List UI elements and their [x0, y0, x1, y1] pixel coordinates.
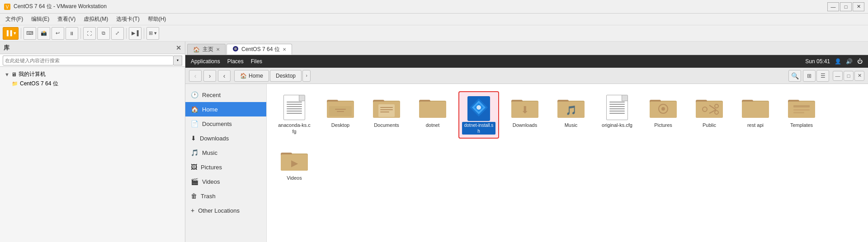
fm-window-buttons: — □ ✕: [833, 71, 864, 81]
nav-back-button[interactable]: ‹: [189, 70, 202, 82]
send-ctrl-alt-del-button[interactable]: ⌨: [24, 27, 36, 40]
original-ks-label: original-ks.cfg: [602, 122, 632, 128]
fm-view-buttons: ⊞ ☰: [803, 70, 829, 82]
gnome-places[interactable]: Places: [227, 58, 244, 65]
svg-rect-16: [380, 112, 389, 112]
suspend-button[interactable]: ⏸: [66, 27, 78, 40]
tree-item-my-computer[interactable]: ▼ 🖥 我的计算机: [3, 70, 182, 79]
sidebar-title: 库: [4, 44, 9, 52]
file-item-desktop[interactable]: Desktop: [320, 91, 361, 139]
gnome-files[interactable]: Files: [251, 58, 262, 65]
file-item-dotnet-install[interactable]: dotnet-install.sh: [458, 91, 499, 139]
anaconda-ks-label: anaconda-ks.cfg: [278, 122, 311, 135]
sidebar-label-trash: Trash: [201, 193, 216, 200]
file-item-music[interactable]: 🎵 Music: [551, 91, 591, 139]
sidebar-item-downloads[interactable]: ⬇ Downloads: [185, 131, 266, 145]
file-item-rest-api[interactable]: rest api: [735, 91, 776, 139]
dotnet-install-label: dotnet-install.sh: [462, 122, 495, 135]
videos-folder-icon: ▶: [280, 148, 309, 173]
unity-button[interactable]: ⧉: [97, 27, 110, 40]
console-button[interactable]: ▶▐: [129, 27, 142, 40]
desktop-path-button[interactable]: Desktop: [270, 70, 302, 82]
tab-centos-close[interactable]: ✕: [283, 47, 286, 52]
file-item-videos[interactable]: ▶ Videos: [274, 144, 315, 185]
home-path-icon: 🏠: [240, 73, 247, 79]
file-item-dotnet[interactable]: dotnet: [412, 91, 453, 139]
svg-rect-52: [793, 105, 810, 107]
home-path-button[interactable]: 🏠 Home: [234, 70, 269, 82]
file-item-public[interactable]: Public: [689, 91, 730, 139]
fm-list-view-button[interactable]: ☰: [816, 70, 829, 82]
dotnet-install-icon: [464, 95, 493, 120]
svg-rect-54: [793, 112, 804, 113]
rest-api-label: rest api: [747, 122, 764, 128]
toolbar: ▐▐ ▾ ⌨ 📸 ↩ ⏸ ⛶ ⧉ ⤢ ▶▐ ⊞ ▾: [0, 25, 868, 42]
file-item-templates[interactable]: Templates: [781, 91, 822, 139]
gnome-clock: Sun 05:41: [805, 58, 830, 65]
sidebar-item-trash[interactable]: 🗑 Trash: [185, 189, 266, 203]
revert-button[interactable]: ↩: [52, 27, 64, 40]
downloads-label: Downloads: [513, 122, 537, 128]
downloads-icon: ⬇: [191, 135, 196, 142]
sidebar-item-recent[interactable]: 🕐 Recent: [185, 88, 266, 102]
sidebar-item-pictures[interactable]: 🖼 Pictures: [185, 160, 266, 174]
svg-rect-48: [742, 102, 769, 118]
vmware-sidebar: 库 ✕ ▾ ▼ 🖥 我的计算机 📁 CentOS 7 64 位: [0, 42, 185, 242]
sidebar-item-videos[interactable]: 🎬 Videos: [185, 174, 266, 189]
menu-help[interactable]: 帮助(H): [144, 14, 170, 24]
view-button[interactable]: ⊞ ▾: [146, 27, 159, 40]
title-controls: — □ ✕: [827, 2, 864, 11]
tab-centos[interactable]: CentOS 7 64 位 ✕: [226, 44, 292, 55]
menu-view[interactable]: 查看(V): [54, 14, 79, 24]
tab-centos-icon: [232, 46, 239, 53]
videos-icon: 🎬: [191, 178, 198, 185]
sidebar-item-home[interactable]: 🏠 Home: [185, 102, 266, 116]
file-item-documents[interactable]: Documents: [366, 91, 407, 139]
gnome-applications[interactable]: Applications: [191, 58, 220, 65]
fm-grid-view-button[interactable]: ⊞: [803, 70, 816, 82]
pictures-label: Pictures: [654, 122, 672, 128]
tree-item-centos[interactable]: 📁 CentOS 7 64 位: [10, 79, 182, 88]
nav-forward-button[interactable]: ›: [203, 70, 216, 82]
tree-label-centos: CentOS 7 64 位: [20, 80, 58, 88]
home-icon: 🏠: [191, 106, 198, 113]
fm-close-button[interactable]: ✕: [854, 71, 864, 81]
file-item-downloads[interactable]: ⬇ Downloads: [505, 91, 545, 139]
maximize-button[interactable]: □: [840, 2, 852, 11]
file-item-pictures[interactable]: Pictures: [643, 91, 684, 139]
menu-tab[interactable]: 选项卡(T): [113, 14, 143, 24]
close-button[interactable]: ✕: [853, 2, 864, 11]
search-dropdown-button[interactable]: ▾: [174, 56, 182, 65]
tab-home-close[interactable]: ✕: [216, 47, 220, 52]
minimize-button[interactable]: —: [827, 2, 839, 11]
file-item-anaconda-ks[interactable]: anaconda-ks.cfg: [274, 91, 315, 139]
trash-icon: 🗑: [191, 192, 197, 200]
fm-search-button[interactable]: 🔍: [788, 70, 801, 82]
toolbar-sep-2: [80, 28, 81, 39]
pause-button[interactable]: ▐▐ ▾: [3, 27, 19, 40]
nav-up-button[interactable]: ‹: [218, 70, 231, 82]
music-label: Music: [565, 122, 578, 128]
file-item-original-ks[interactable]: original-ks.cfg: [597, 91, 637, 139]
sidebar-close-button[interactable]: ✕: [176, 44, 181, 51]
tab-home-label: 主页: [203, 46, 213, 53]
fullscreen-button[interactable]: ⛶: [83, 27, 96, 40]
svg-rect-53: [793, 109, 810, 111]
vmware-search-input[interactable]: [3, 56, 174, 65]
svg-rect-14: [380, 107, 393, 108]
path-expand-button[interactable]: ›: [302, 70, 311, 82]
switch-button[interactable]: ⤢: [111, 27, 124, 40]
menu-file[interactable]: 文件(F): [2, 14, 27, 24]
menu-edit[interactable]: 编辑(E): [28, 14, 53, 24]
gnome-user-icon: 👤: [835, 58, 841, 65]
sidebar-item-music[interactable]: 🎵 Music: [185, 145, 266, 160]
fm-maximize-button[interactable]: □: [844, 71, 854, 81]
dotnet-label: dotnet: [426, 122, 440, 128]
sidebar-item-other-locations[interactable]: + Other Locations: [185, 203, 266, 218]
sidebar-item-documents[interactable]: 📄 Documents: [185, 116, 266, 131]
snapshot-button[interactable]: 📸: [38, 27, 50, 40]
fm-minimize-button[interactable]: —: [833, 71, 843, 81]
tab-home[interactable]: 🏠 主页 ✕: [187, 44, 226, 55]
menu-vm[interactable]: 虚拟机(M): [80, 14, 112, 24]
gnome-power-icon: ⏻: [857, 58, 863, 65]
